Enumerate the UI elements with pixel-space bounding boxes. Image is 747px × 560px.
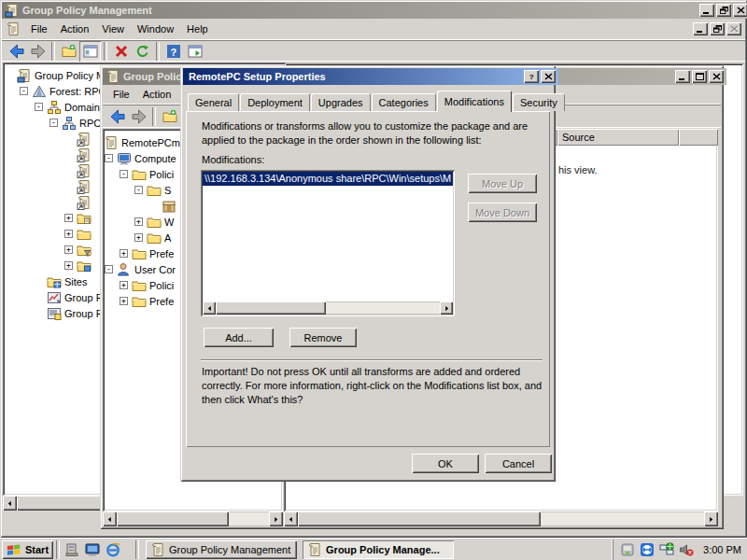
modifications-listbox[interactable]: \\192.168.3.134\Anonymous share\RPC\Win\… — [201, 170, 455, 316]
editor-results-hscrollbar[interactable] — [284, 511, 718, 526]
tree-item-label[interactable]: User Cor — [134, 264, 176, 275]
restore-icon[interactable] — [710, 22, 725, 35]
collapse-expander-icon[interactable]: - — [105, 265, 113, 273]
expand-expander-icon[interactable]: + — [134, 233, 143, 242]
help-icon[interactable]: ? — [162, 41, 184, 62]
tab-modifications[interactable]: Modifications — [437, 91, 512, 112]
editor-tree-hscrollbar[interactable] — [103, 511, 283, 526]
add-button[interactable]: Add... — [204, 328, 274, 347]
show-pane-icon[interactable] — [184, 41, 205, 62]
folder-up-icon[interactable] — [159, 106, 180, 127]
editor-menu-file[interactable]: File — [106, 86, 136, 103]
tree-item-label[interactable]: A — [164, 232, 171, 244]
tree-item-label[interactable]: S — [164, 185, 171, 196]
tree-item-label[interactable]: RemotePCms — [121, 137, 185, 148]
collapse-expander-icon[interactable]: - — [105, 154, 113, 162]
close-icon[interactable] — [709, 70, 724, 83]
expand-expander-icon[interactable]: + — [64, 261, 73, 270]
expand-expander-icon[interactable]: + — [120, 297, 128, 305]
taskbar-button-gpme[interactable]: Group Policy Manage... — [303, 540, 454, 559]
scroll-left-arrow-icon[interactable] — [284, 511, 298, 526]
scroll-left-arrow-icon[interactable] — [103, 511, 117, 526]
teamviewer-icon[interactable] — [639, 541, 655, 558]
expand-expander-icon[interactable]: + — [64, 230, 73, 238]
listbox-hscrollbar[interactable] — [203, 301, 453, 315]
tree-item-label[interactable]: Polici — [149, 169, 174, 180]
minimize-icon[interactable] — [699, 4, 714, 17]
forward-icon[interactable] — [27, 41, 49, 62]
scroll-right-arrow-icon[interactable] — [440, 301, 453, 315]
back-icon[interactable] — [106, 106, 128, 127]
menu-file[interactable]: File — [24, 21, 54, 37]
expand-expander-icon[interactable]: + — [120, 281, 128, 289]
tree-item-label[interactable]: Compute — [134, 153, 176, 164]
tree-item-label[interactable]: Prefe — [149, 248, 174, 259]
tree-item-label[interactable]: W — [164, 217, 174, 228]
tree-item-label[interactable]: Domains — [64, 102, 105, 113]
mdi-system-icon[interactable] — [6, 21, 21, 36]
scrollbar-thumb[interactable] — [298, 511, 541, 526]
menu-help[interactable]: Help — [180, 21, 215, 37]
tab-security[interactable]: Security — [513, 93, 565, 111]
expand-expander-icon[interactable]: + — [64, 245, 73, 254]
start-button[interactable]: Start — [2, 540, 53, 559]
minimize-icon[interactable] — [675, 70, 690, 83]
tree-item-label[interactable]: RPC — [79, 118, 101, 129]
back-icon[interactable] — [6, 41, 27, 62]
menu-view[interactable]: View — [95, 21, 131, 37]
scroll-right-arrow-icon[interactable] — [704, 511, 718, 526]
collapse-expander-icon[interactable]: - — [35, 103, 43, 111]
tree-item-label[interactable]: Polici — [149, 280, 174, 291]
delete-icon[interactable] — [110, 41, 132, 62]
move-down-button[interactable]: Move Down — [468, 203, 537, 222]
column-header-source[interactable]: Source — [557, 129, 679, 146]
scroll-right-arrow-icon[interactable] — [269, 511, 283, 526]
collapse-expander-icon[interactable]: - — [49, 119, 58, 127]
close-icon[interactable] — [541, 70, 556, 83]
collapse-expander-icon[interactable]: - — [20, 87, 28, 95]
tree-item-label[interactable]: Forest: RPC — [49, 86, 106, 97]
server-manager-icon[interactable] — [63, 540, 81, 559]
expand-expander-icon[interactable]: + — [120, 249, 128, 258]
mute-icon[interactable] — [678, 541, 695, 558]
display-icon[interactable] — [83, 540, 102, 559]
network-icon[interactable] — [658, 541, 675, 558]
collapse-expander-icon[interactable]: - — [134, 186, 143, 194]
scrollbar-thumb[interactable] — [117, 511, 229, 526]
tree-item-label[interactable]: Group P — [64, 308, 103, 319]
menu-action[interactable]: Action — [54, 21, 96, 37]
listbox-selected-item[interactable]: \\192.168.3.134\Anonymous share\RPC\Win\… — [203, 172, 453, 186]
editor-menu-action[interactable]: Action — [136, 86, 178, 103]
restore-icon[interactable] — [716, 4, 731, 17]
folder-up-icon[interactable] — [58, 41, 79, 62]
tab-deployment[interactable]: Deployment — [240, 93, 310, 111]
question-icon[interactable]: ? — [524, 70, 539, 83]
cancel-button[interactable]: Cancel — [485, 454, 552, 473]
forward-icon[interactable] — [128, 106, 149, 127]
menu-window[interactable]: Window — [131, 21, 180, 37]
remove-button[interactable]: Remove — [289, 328, 357, 347]
ie-icon[interactable] — [104, 540, 122, 559]
tab-general[interactable]: General — [188, 93, 239, 111]
minimize-icon[interactable] — [693, 22, 708, 35]
ok-button[interactable]: OK — [412, 454, 479, 473]
tree-item-label[interactable]: Group P — [64, 292, 103, 303]
console-tree-icon[interactable] — [79, 41, 101, 62]
expand-expander-icon[interactable]: + — [134, 217, 143, 226]
refresh-icon[interactable] — [132, 41, 153, 62]
close-disabled-icon[interactable] — [726, 22, 741, 35]
taskbar-button-gpm[interactable]: Group Policy Management — [146, 540, 297, 559]
collapse-expander-icon[interactable]: - — [120, 170, 128, 178]
app-status-icon[interactable] — [619, 541, 636, 558]
tree-item-label[interactable]: Sites — [64, 276, 87, 287]
scroll-left-arrow-icon[interactable] — [203, 301, 216, 315]
expand-expander-icon[interactable]: + — [64, 214, 73, 222]
scroll-left-arrow-icon[interactable] — [3, 496, 17, 511]
tab-categories[interactable]: Categories — [372, 93, 436, 111]
maximize-icon[interactable] — [692, 70, 707, 83]
close-icon[interactable] — [733, 4, 747, 17]
tab-upgrades[interactable]: Upgrades — [311, 93, 371, 111]
tree-item-label[interactable]: Prefe — [149, 296, 174, 307]
scrollbar-thumb[interactable] — [216, 301, 326, 315]
move-up-button[interactable]: Move Up — [468, 174, 537, 193]
